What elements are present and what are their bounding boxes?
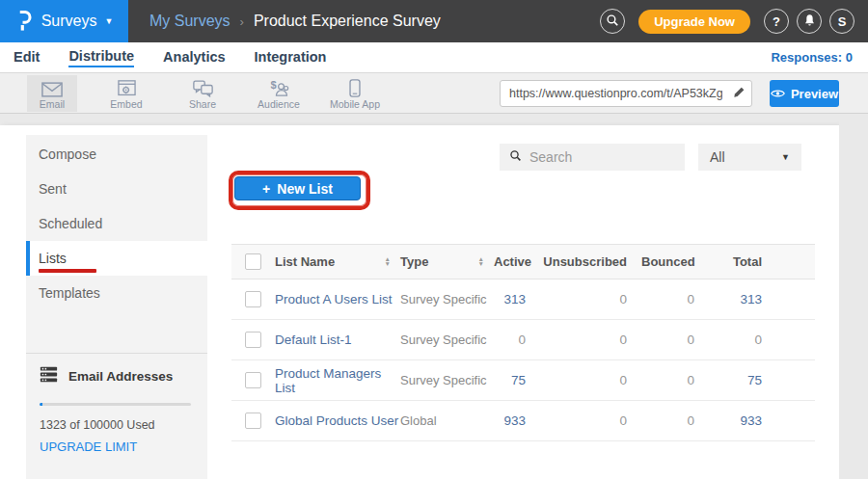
sidebar-item-label: Lists (39, 251, 67, 266)
email-addresses-panel: Email Addresses 1323 of 100000 Used UPGR… (26, 354, 207, 455)
cell-total[interactable]: 313 (709, 292, 776, 306)
list-search-input[interactable] (529, 149, 704, 165)
sort-icon[interactable]: ▲▼ (385, 257, 391, 266)
svg-text:$: $ (271, 79, 277, 91)
row-checkbox[interactable] (245, 412, 261, 429)
list-name-link[interactable]: Default List-1 (275, 333, 352, 347)
breadcrumb-separator-icon: › (240, 14, 244, 29)
select-all-checkbox[interactable] (245, 253, 261, 270)
table-row: Default List-1Survey Specific0000 (231, 320, 815, 360)
notifications-button[interactable] (797, 9, 822, 34)
preview-button[interactable]: Preview (770, 80, 839, 107)
tab-distribute[interactable]: Distribute (68, 48, 134, 67)
responses-count[interactable]: Responses: 0 (771, 50, 853, 65)
edit-url-button[interactable] (726, 81, 751, 106)
eye-icon (771, 87, 785, 101)
account-button[interactable]: S (829, 9, 854, 34)
cell-total[interactable]: 75 (709, 373, 776, 387)
bell-icon (803, 13, 816, 30)
preview-button-label: Preview (791, 87, 838, 101)
cell-active[interactable]: 933 (494, 413, 540, 428)
product-switcher[interactable]: Surveys ▼ (0, 0, 128, 42)
cell-bounced: 0 (641, 333, 709, 347)
breadcrumb-parent-link[interactable]: My Surveys (149, 13, 231, 30)
breadcrumb: My Surveys › Product Experience Survey (149, 13, 441, 30)
sidebar-item-lists[interactable]: Lists (26, 241, 207, 276)
questionpro-logo-icon (15, 9, 34, 35)
sidebar-item-sent[interactable]: Sent (26, 172, 207, 206)
red-highlight-underline (39, 269, 96, 273)
row-checkbox[interactable] (245, 291, 261, 307)
cell-unsubscribed: 0 (540, 333, 641, 347)
table-header-row: List Name ▲▼ Type ▲▼ Active Unsubscribed… (231, 244, 815, 279)
plus-icon: + (262, 181, 270, 197)
column-header-unsubscribed: Unsubscribed (540, 254, 641, 269)
cell-unsubscribed: 0 (540, 292, 641, 306)
list-name-link[interactable]: Global Products User (275, 413, 398, 428)
channel-audience[interactable]: $ Audience (252, 75, 306, 112)
search-icon (509, 148, 522, 166)
sidebar-item-label: Templates (39, 285, 100, 301)
cell-active[interactable]: 75 (494, 373, 540, 387)
upgrade-limit-link[interactable]: UPGRADE LIMIT (40, 439, 137, 454)
survey-tabbar: Edit Distribute Analytics Integration Re… (0, 42, 868, 73)
list-name-link[interactable]: Product Managers List (275, 366, 381, 395)
row-checkbox[interactable] (245, 372, 261, 388)
column-header-total: Total (709, 254, 776, 269)
email-addresses-title: Email Addresses (68, 369, 173, 384)
cell-bounced: 0 (641, 373, 709, 387)
sort-icon[interactable]: ▲▼ (478, 257, 484, 266)
new-list-button-label: New List (277, 181, 333, 197)
page-title: Product Experience Survey (254, 13, 441, 30)
sidebar-item-templates[interactable]: Templates (26, 276, 207, 310)
sidebar-item-scheduled[interactable]: Scheduled (26, 206, 207, 241)
list-name-link[interactable]: Product A Users List (275, 292, 393, 306)
channel-mobile-app[interactable]: Mobile App (328, 75, 382, 112)
email-usage-text: 1323 of 100000 Used (40, 418, 194, 432)
list-search-box (500, 144, 685, 171)
cell-active[interactable]: 313 (494, 292, 540, 306)
pencil-icon (733, 86, 746, 101)
sidebar-item-compose[interactable]: Compose (26, 137, 207, 172)
row-checkbox[interactable] (245, 332, 261, 348)
help-button[interactable]: ? (764, 9, 789, 34)
sidebar-item-label: Compose (39, 146, 96, 162)
cell-bounced: 0 (641, 413, 709, 428)
new-list-button[interactable]: + New List (234, 176, 361, 200)
survey-url-box (500, 80, 752, 107)
lists-table: List Name ▲▼ Type ▲▼ Active Unsubscribed… (231, 244, 815, 441)
table-row: Product Managers ListSurvey Specific7500… (231, 360, 815, 401)
column-header-type: Type (400, 254, 428, 269)
embed-icon (118, 78, 136, 97)
tab-edit[interactable]: Edit (14, 49, 40, 67)
survey-url-input[interactable] (501, 87, 726, 100)
tab-integration[interactable]: Integration (255, 49, 327, 67)
cell-total[interactable]: 933 (709, 413, 776, 428)
channel-label: Audience (258, 98, 300, 110)
header-actions: Upgrade Now ? S (600, 0, 854, 42)
list-type: Global (400, 413, 494, 428)
table-row: Product A Users ListSurvey Specific31300… (231, 279, 815, 320)
column-header-active: Active (494, 254, 540, 269)
chevron-down-icon: ▼ (781, 152, 790, 162)
tab-analytics[interactable]: Analytics (163, 49, 225, 67)
red-highlight-ring: + New List (229, 171, 370, 210)
search-button[interactable] (600, 9, 625, 34)
sidebar-item-label: Scheduled (39, 216, 102, 231)
mobile-app-icon (349, 78, 361, 97)
channel-label: Embed (110, 98, 142, 110)
distribute-toolbar: Email Embed Share $ Audience Mobile App (0, 73, 868, 114)
channel-embed[interactable]: Embed (99, 75, 153, 112)
email-icon (41, 78, 63, 97)
cell-active: 0 (494, 333, 540, 347)
list-type: Survey Specific (400, 373, 494, 387)
upgrade-now-button[interactable]: Upgrade Now (638, 10, 750, 34)
channel-share[interactable]: Share (176, 75, 230, 112)
list-filter-dropdown[interactable]: All ▼ (698, 144, 801, 171)
channel-label: Mobile App (330, 98, 380, 110)
cell-unsubscribed: 0 (540, 413, 641, 428)
table-body: Product A Users ListSurvey Specific31300… (231, 279, 815, 441)
filter-value: All (710, 149, 725, 165)
cell-unsubscribed: 0 (540, 373, 641, 387)
channel-email[interactable]: Email (27, 75, 77, 112)
